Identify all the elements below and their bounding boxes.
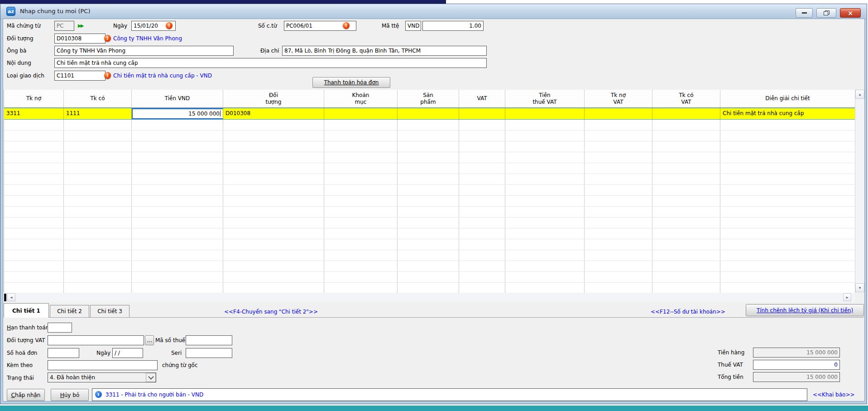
grid-cell[interactable] [652, 283, 720, 293]
grid-cell[interactable] [4, 218, 64, 228]
kem-theo-field[interactable] [48, 360, 158, 370]
ong-ba-field[interactable]: Công ty TNHH Vân Phong [54, 46, 234, 56]
cancel-button[interactable]: Hủy bỏ [51, 389, 89, 401]
grid-cell[interactable] [398, 261, 459, 271]
grid-cell[interactable] [585, 250, 652, 261]
grid-cell[interactable] [720, 218, 855, 228]
tab-chi-tiet-3[interactable]: Chi tiết 3 [90, 305, 129, 317]
grid-cell[interactable] [223, 196, 324, 206]
grid-cell[interactable] [459, 250, 505, 261]
grid-cell[interactable] [223, 261, 324, 271]
doi-tuong-vat-field[interactable] [48, 335, 144, 345]
grid-cell[interactable] [459, 272, 505, 282]
grid-cell[interactable] [652, 272, 720, 282]
trang-thai-select[interactable]: 4. Đã hoàn thiện [48, 372, 156, 382]
grid-cell[interactable] [720, 141, 855, 152]
window-titlebar[interactable]: az Nhap chung tu moi (PC) [0, 4, 867, 19]
grid-cell[interactable] [398, 196, 459, 206]
grid-cell[interactable] [459, 152, 505, 163]
grid-cell[interactable] [459, 283, 505, 293]
grid-cell[interactable] [324, 120, 398, 130]
grid-cell[interactable] [324, 218, 398, 228]
grid-cell[interactable] [459, 120, 505, 130]
grid-cell[interactable] [720, 131, 855, 141]
grid-cell[interactable] [720, 239, 855, 250]
grid-cell[interactable] [585, 272, 652, 282]
grid-cell[interactable] [459, 141, 505, 152]
grid-cell[interactable] [324, 250, 398, 261]
grid-cell[interactable] [64, 141, 132, 152]
grid-cell[interactable] [398, 250, 459, 261]
grid-cell[interactable]: 1111 [64, 108, 132, 119]
grid-empty-row[interactable] [4, 185, 855, 196]
grid-column-header[interactable]: Đối tượng [223, 90, 324, 107]
grid-cell[interactable] [652, 207, 720, 217]
grid-cell[interactable] [4, 163, 64, 174]
grid-empty-row[interactable] [4, 141, 855, 152]
ma-tte-field[interactable]: VND [405, 21, 421, 31]
grid-cell[interactable] [720, 174, 855, 184]
thue-vat-field[interactable]: 0 [753, 360, 840, 370]
grid-empty-row[interactable] [4, 196, 855, 207]
grid-cell[interactable] [324, 108, 398, 119]
fast-forward-icon[interactable]: ▶▶ [78, 23, 83, 28]
grid-cell[interactable] [4, 272, 64, 282]
grid-cell[interactable] [4, 207, 64, 217]
grid-cell[interactable] [505, 228, 585, 239]
grid-cell[interactable] [223, 283, 324, 293]
grid-cell[interactable] [324, 141, 398, 152]
grid-cell[interactable] [223, 239, 324, 250]
grid-empty-row[interactable] [4, 261, 855, 272]
grid-cell[interactable] [720, 120, 855, 130]
grid-cell[interactable] [585, 163, 652, 174]
scroll-up-button[interactable]: ▴ [855, 90, 864, 99]
scroll-right-button[interactable]: ▸ [843, 293, 851, 301]
grid-cell[interactable] [223, 120, 324, 130]
grid-cell[interactable] [132, 207, 223, 217]
scroll-down-button[interactable]: ▾ [855, 283, 864, 292]
grid-cell[interactable] [585, 228, 652, 239]
grid-empty-row[interactable] [4, 174, 855, 185]
tab-chi-tiet-1[interactable]: Chi tiết 1 [4, 303, 49, 318]
grid-cell[interactable] [459, 196, 505, 206]
grid-cell[interactable] [4, 174, 64, 184]
grid-cell[interactable] [652, 152, 720, 163]
grid-cell[interactable] [398, 239, 459, 250]
grid-cell[interactable] [64, 272, 132, 282]
horizontal-scrollbar[interactable]: ◂ ▸ [4, 293, 855, 302]
grid-cell[interactable] [4, 228, 64, 239]
grid-cell[interactable] [720, 283, 855, 293]
grid-cell[interactable] [223, 174, 324, 184]
grid-cell[interactable] [132, 250, 223, 261]
grid-cell[interactable] [398, 108, 459, 119]
grid-cell[interactable] [4, 185, 64, 195]
grid-cell[interactable] [64, 131, 132, 141]
grid-cell[interactable] [459, 218, 505, 228]
grid-cell[interactable] [4, 120, 64, 130]
vertical-scrollbar[interactable]: ▴ ▾ [855, 90, 864, 293]
trang-thai-dropdown-button[interactable] [146, 373, 156, 382]
grid-cell[interactable] [4, 141, 64, 152]
grid-cell[interactable] [324, 131, 398, 141]
grid-cell[interactable] [585, 131, 652, 141]
f12-hint-link[interactable]: <<F12--Số dư tài khoản>> [651, 309, 725, 315]
grid-cell[interactable] [585, 261, 652, 271]
grid-cell[interactable] [398, 152, 459, 163]
grid-cell[interactable] [720, 228, 855, 239]
grid-empty-row[interactable] [4, 228, 855, 239]
grid-cell[interactable] [132, 196, 223, 206]
grid-cell[interactable] [132, 120, 223, 130]
grid-cell[interactable] [132, 272, 223, 282]
close-button[interactable]: × [840, 8, 861, 18]
han-thanh-toan-field[interactable] [48, 323, 72, 333]
grid-cell[interactable] [652, 239, 720, 250]
grid-cell[interactable] [505, 218, 585, 228]
grid-cell[interactable] [652, 141, 720, 152]
grid-cell[interactable] [720, 163, 855, 174]
grid-cell[interactable] [652, 228, 720, 239]
grid-cell[interactable] [398, 141, 459, 152]
grid-cell[interactable] [324, 228, 398, 239]
grid-cell[interactable] [459, 228, 505, 239]
grid-cell[interactable] [505, 174, 585, 184]
grid-cell[interactable] [505, 141, 585, 152]
